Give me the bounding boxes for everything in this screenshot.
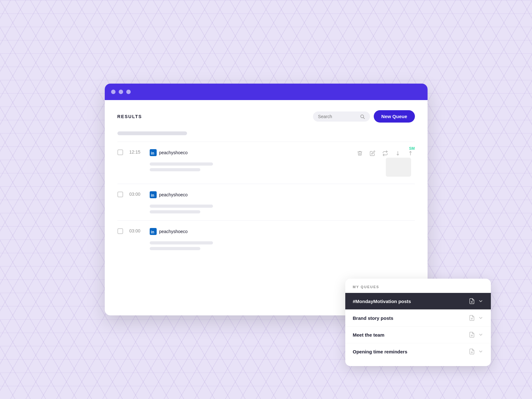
main-window: RESULTS New Queue 12:15 [105, 84, 428, 315]
queue-item-name-brand: Brand story posts [353, 315, 469, 321]
skeleton-line [150, 247, 200, 250]
linkedin-icon-3: in [150, 228, 157, 235]
post-checkbox-3[interactable] [117, 228, 123, 234]
table-row: 03:00 in peachyshoeco [117, 220, 415, 257]
queue-item-name-opening: Opening time reminders [353, 349, 469, 354]
linkedin-icon-1: in [150, 149, 157, 156]
post-actions-1: SM [355, 149, 415, 158]
queue-item-icons-brand [469, 315, 483, 321]
skeleton-line [150, 241, 213, 244]
post-time-1: 12:15 [129, 149, 145, 155]
repost-icon[interactable] [381, 149, 390, 158]
post-top-2: in peachyshoeco [150, 191, 415, 198]
titlebar [105, 84, 428, 100]
search-icon [360, 114, 365, 119]
svg-line-1 [363, 117, 364, 118]
sm-badge-1: SM [409, 146, 415, 151]
queue-chevron-team [478, 332, 483, 337]
post-account-2: peachyshoeco [159, 192, 188, 197]
post-account-1: peachyshoeco [159, 150, 188, 155]
queue-item-opening[interactable]: Opening time reminders [345, 343, 491, 360]
svg-point-0 [360, 115, 363, 117]
skeleton-line [150, 168, 200, 171]
new-queue-button[interactable]: New Queue [374, 110, 415, 123]
queues-bottom-spacer [345, 360, 491, 366]
queues-section-label: MY QUEUES [345, 279, 491, 293]
post-checkbox-2[interactable] [117, 192, 123, 197]
skeleton-line [150, 205, 213, 208]
svg-text:in: in [151, 193, 154, 198]
skeleton-bar-top [117, 131, 187, 135]
results-title: RESULTS [117, 114, 142, 119]
arrow-down-icon[interactable] [393, 149, 402, 158]
queue-item-icons-opening [469, 348, 483, 355]
queue-item-name-team: Meet the team [353, 332, 469, 338]
search-input[interactable] [318, 114, 357, 119]
queue-chevron-brand [478, 315, 483, 320]
queue-item-name-monday: #MondayMotivation posts [353, 299, 469, 304]
table-row: 12:15 in peachyshoeco [117, 142, 415, 184]
post-time-2: 03:00 [129, 192, 145, 197]
header-row: RESULTS New Queue [117, 110, 415, 123]
post-account-3: peachyshoeco [159, 229, 188, 234]
queue-doc-icon-brand [469, 315, 475, 321]
queue-item-icons-monday [469, 298, 483, 304]
queue-item-brand[interactable]: Brand story posts [345, 309, 491, 326]
queue-doc-icon-opening [469, 348, 475, 355]
post-meta-2 [150, 205, 415, 213]
titlebar-dot-2 [119, 90, 123, 94]
queue-item-team[interactable]: Meet the team [345, 326, 491, 343]
skeleton-line [150, 162, 213, 166]
queue-item-icons-team [469, 332, 483, 338]
post-meta-1 [150, 162, 386, 171]
edit-icon[interactable] [368, 149, 377, 158]
svg-text:in: in [151, 151, 154, 155]
post-top-1: in peachyshoeco [150, 149, 386, 156]
titlebar-dot-1 [111, 90, 116, 94]
queue-item-monday[interactable]: #MondayMotivation posts [345, 293, 491, 309]
post-time-3: 03:00 [129, 228, 145, 233]
queue-doc-icon-team [469, 332, 475, 338]
titlebar-dot-3 [126, 90, 131, 94]
main-content: RESULTS New Queue 12:15 [105, 100, 428, 315]
queue-chevron-opening [478, 349, 483, 354]
post-meta-3 [150, 241, 415, 250]
skeleton-line [150, 210, 200, 213]
search-box[interactable] [313, 111, 370, 122]
header-actions: New Queue [313, 110, 415, 123]
post-top-3: in peachyshoeco [150, 228, 415, 235]
delete-icon[interactable] [355, 149, 364, 158]
svg-text:in: in [151, 230, 154, 234]
post-checkbox-1[interactable] [117, 149, 123, 155]
table-row: 03:00 in peachyshoeco [117, 184, 415, 220]
queue-chevron-monday [478, 299, 483, 304]
linkedin-icon-2: in [150, 191, 157, 198]
queue-doc-icon-monday [469, 298, 475, 304]
post-image-1 [386, 158, 411, 177]
queues-panel: MY QUEUES #MondayMotivation posts [345, 279, 491, 366]
posts-list: 12:15 in peachyshoeco [117, 142, 415, 257]
